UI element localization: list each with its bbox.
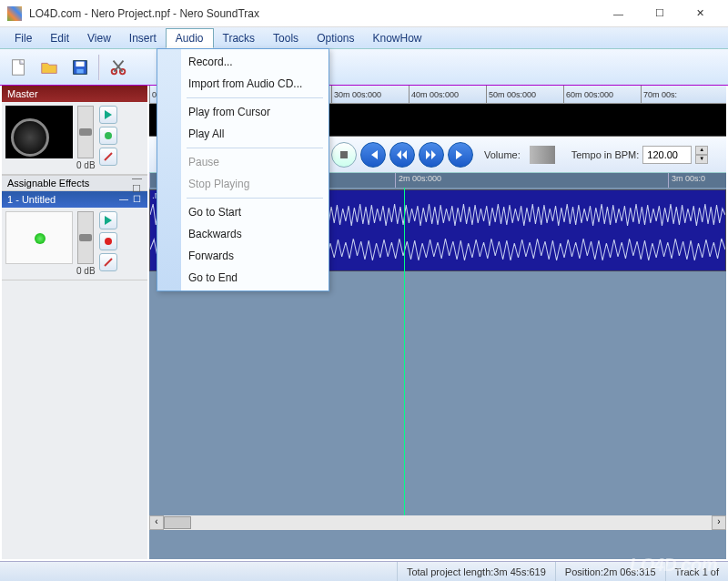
window-title: LO4D.com - Nero Project.npf - Nero Sound… xyxy=(29,7,598,20)
position-value: 2m 06s:315 xyxy=(603,566,655,577)
menu-play-cursor[interactable]: Play from Cursor xyxy=(159,101,327,123)
status-length: Total project length: 3m 45s:619 xyxy=(397,562,555,581)
track1-maximize-icon[interactable]: ☐ xyxy=(131,194,142,205)
master-stop-button[interactable] xyxy=(99,127,117,145)
svg-rect-3 xyxy=(76,68,83,73)
status-position: Position: 2m 06s:315 xyxy=(555,562,665,581)
svg-marker-6 xyxy=(105,110,112,119)
menu-go-end[interactable]: Go to End xyxy=(159,267,327,289)
window-controls: — ☐ ✕ xyxy=(598,1,721,26)
menu-tracks[interactable]: Tracks xyxy=(214,29,265,47)
track1-play-button[interactable] xyxy=(99,211,117,229)
audio-dropdown: Record... Import from Audio CD... Play f… xyxy=(157,48,329,291)
master-db: 0 dB xyxy=(76,160,96,170)
forward-button[interactable] xyxy=(419,142,444,168)
menubar: File Edit View Insert Audio Tracks Tools… xyxy=(0,27,728,49)
menu-record[interactable]: Record... xyxy=(159,51,327,73)
toolbar-divider xyxy=(98,55,100,80)
dropdown-separator xyxy=(187,198,323,199)
dropdown-separator xyxy=(187,97,323,98)
scroll-track[interactable] xyxy=(164,515,712,530)
master-tools-button[interactable] xyxy=(99,148,117,166)
effects-minimize-icon[interactable]: — xyxy=(132,172,142,183)
scroll-right-icon[interactable]: › xyxy=(712,515,726,530)
track1-panel: 0 dB xyxy=(2,208,147,280)
menu-edit[interactable]: Edit xyxy=(41,29,78,47)
track1-tools-button[interactable] xyxy=(99,253,117,271)
pan-control[interactable] xyxy=(5,211,73,264)
menu-stop: Stop Playing xyxy=(159,173,327,195)
ruler-tick: 70m 00s: xyxy=(641,86,718,103)
maximize-button[interactable]: ☐ xyxy=(639,1,680,26)
app-icon xyxy=(7,6,22,21)
menu-audio[interactable]: Audio xyxy=(166,28,214,48)
master-buttons xyxy=(99,106,117,170)
menu-view[interactable]: View xyxy=(78,29,120,47)
track1-header[interactable]: 1 - Untitled —☐ xyxy=(2,191,147,208)
effects-title: Assignable Effects xyxy=(7,178,89,189)
bpm-input[interactable] xyxy=(642,146,692,164)
master-header: Master xyxy=(2,86,147,102)
svg-rect-10 xyxy=(340,151,348,158)
length-value: 3m 45s:619 xyxy=(493,566,545,577)
tempo-label: Tempo in BPM: xyxy=(571,149,640,160)
menu-tools[interactable]: Tools xyxy=(264,29,308,47)
ruler-tick: 40m 00s:000 xyxy=(409,86,486,103)
ruler-tick: 60m 00s:000 xyxy=(563,86,641,103)
ruler-tick: 50m 00s:000 xyxy=(486,86,563,103)
save-icon[interactable] xyxy=(66,53,95,82)
menu-forwards[interactable]: Forwards xyxy=(159,245,327,267)
track1-record-button[interactable] xyxy=(99,232,117,250)
track1-db: 0 dB xyxy=(76,266,96,276)
left-panel: Master 0 dB Assignable Effects —☐ 1 - Un… xyxy=(2,86,147,559)
wave-tick: 3m 00s:0 xyxy=(668,173,726,188)
menu-play-all[interactable]: Play All xyxy=(159,123,327,145)
bpm-spinner[interactable]: ▲▼ xyxy=(695,146,708,164)
new-icon[interactable] xyxy=(4,53,33,82)
playback-cursor[interactable] xyxy=(404,188,405,530)
menu-insert[interactable]: Insert xyxy=(120,29,166,47)
length-label: Total project length: xyxy=(407,566,493,577)
svg-marker-8 xyxy=(105,216,112,225)
master-fader[interactable] xyxy=(77,106,94,158)
statusbar: Total project length: 3m 45s:619 Positio… xyxy=(0,561,728,581)
track1-minimize-icon[interactable]: — xyxy=(118,194,129,205)
menu-knowhow[interactable]: KnowHow xyxy=(363,29,430,47)
master-play-button[interactable] xyxy=(99,106,117,124)
position-label: Position: xyxy=(565,566,603,577)
scroll-left-icon[interactable]: ‹ xyxy=(149,515,164,530)
master-title: Master xyxy=(7,88,38,99)
menu-backwards[interactable]: Backwards xyxy=(159,223,327,245)
cut-icon[interactable] xyxy=(104,53,133,82)
titlebar: LO4D.com - Nero Project.npf - Nero Sound… xyxy=(0,0,728,27)
svg-point-7 xyxy=(105,132,112,139)
volume-slider[interactable] xyxy=(530,146,555,164)
menu-import-cd[interactable]: Import from Audio CD... xyxy=(159,73,327,95)
go-start-button[interactable] xyxy=(360,142,386,168)
horizontal-scrollbar[interactable]: ‹ › xyxy=(149,515,726,530)
close-button[interactable]: ✕ xyxy=(680,1,721,26)
svg-point-9 xyxy=(105,238,112,245)
scroll-thumb[interactable] xyxy=(164,516,191,529)
ruler-tick: 30m 00s:000 xyxy=(331,86,409,103)
minimize-button[interactable]: — xyxy=(598,1,639,26)
dropdown-separator xyxy=(187,148,323,148)
menu-go-start[interactable]: Go to Start xyxy=(159,201,327,223)
effects-header: Assignable Effects —☐ xyxy=(2,175,147,191)
effects-close-icon[interactable]: ☐ xyxy=(132,183,142,195)
toolbar xyxy=(0,49,728,86)
track1-title: 1 - Untitled xyxy=(7,194,56,205)
menu-options[interactable]: Options xyxy=(308,29,363,47)
wave-tick: 2m 00s:000 xyxy=(395,173,668,188)
svg-rect-2 xyxy=(76,61,84,66)
status-track: Track 1 of xyxy=(665,562,729,581)
volume-label: Volume: xyxy=(484,149,521,160)
open-icon[interactable] xyxy=(35,53,64,82)
track1-buttons xyxy=(99,211,117,276)
menu-file[interactable]: File xyxy=(5,29,41,47)
stop-button[interactable] xyxy=(331,142,357,168)
go-end-button[interactable] xyxy=(448,142,473,168)
rewind-button[interactable] xyxy=(389,142,415,168)
menu-pause: Pause xyxy=(159,151,327,173)
track1-fader[interactable] xyxy=(77,211,94,264)
